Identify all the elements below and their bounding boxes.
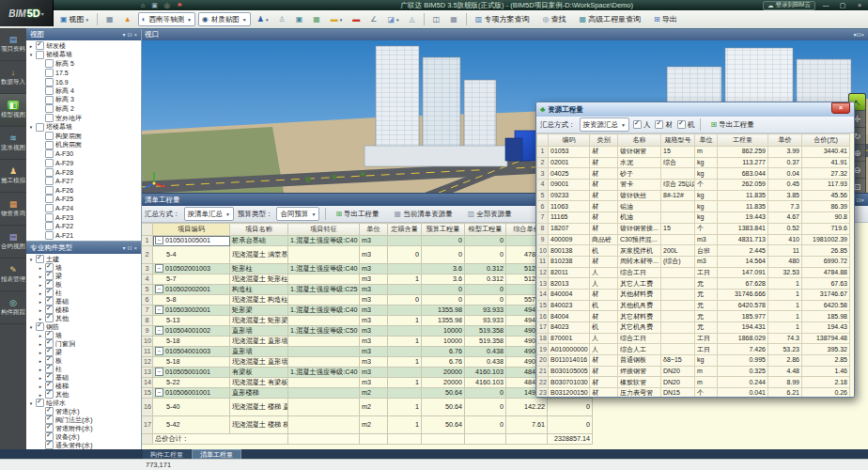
login-button[interactable]: ☁ 登录到BIM云	[763, 1, 815, 10]
table-row[interactable]: 19A010000000人综合人工工日7.42653.23395.32	[537, 344, 850, 355]
close-button[interactable]: ×	[853, 1, 866, 10]
export-quantity-button[interactable]: ⊞ 导出工程量	[706, 118, 757, 132]
tree-item[interactable]: ▸板	[26, 356, 141, 365]
grid-display-button[interactable]: ▦	[446, 14, 461, 25]
angle-button[interactable]: ∠	[366, 14, 380, 25]
column-header[interactable]: 预算工程量	[422, 224, 465, 236]
settings-icon[interactable]: ◎	[164, 1, 170, 9]
tree-item[interactable]: ▸其他	[26, 390, 141, 399]
collapse-arrow-icon[interactable]: ▸	[38, 367, 43, 372]
box-select-button[interactable]: ▣	[292, 14, 307, 25]
collapse-arrow-icon[interactable]: ▸	[38, 265, 43, 271]
column-header[interactable]: 编码	[549, 134, 590, 147]
全部资源量-button[interactable]: ▥全部资源量	[464, 208, 516, 221]
monitor-icon[interactable]: ▣	[151, 1, 158, 9]
collapse-toggle-icon[interactable]: −	[155, 306, 163, 314]
table-row[interactable]: 23B031200150材压力表弯管DN15个0.0416.210.26	[537, 388, 850, 397]
panel-close-icon[interactable]: ×	[133, 29, 137, 40]
column-header[interactable]: 单位	[695, 134, 718, 147]
column-header[interactable]: 项目名称	[230, 224, 288, 236]
checkbox[interactable]	[45, 132, 54, 140]
table-row[interactable]: 15840023机其他机具费元6420.57816420.58	[537, 300, 850, 311]
nav-item-4[interactable]: ≋流水视图	[0, 127, 26, 160]
checkbox[interactable]	[45, 59, 54, 68]
triangle-button[interactable]: ◬	[406, 14, 419, 25]
filter-机[interactable]: 机	[677, 120, 695, 130]
minimize-button[interactable]: —	[819, 1, 832, 10]
table-row[interactable]: 304025材砂子kg683.0440.0427.32	[537, 168, 850, 180]
table-row[interactable]: 101053材镀锌钢管15m862.2593.993440.41	[537, 147, 850, 158]
panel-menu-icon[interactable]: ▾	[122, 243, 125, 254]
checkbox[interactable]	[36, 322, 44, 331]
nav-item-5[interactable]: ♟施工模拟	[0, 160, 26, 193]
view-direction-combo[interactable]: ◐ 西南等轴测▼	[138, 12, 195, 26]
eraser-button[interactable]: ◪▾	[383, 14, 402, 25]
checkbox[interactable]	[45, 195, 54, 203]
table-row[interactable]: 85-13现浇混凝土 矩形梁m311355.9893.933494.15	[142, 316, 593, 326]
专项方案查询-button[interactable]: ▥专项方案查询	[472, 12, 534, 26]
tree-item[interactable]: ▸墙	[26, 331, 141, 339]
checkbox[interactable]	[45, 86, 54, 95]
checkbox[interactable]	[45, 159, 54, 167]
table-row[interactable]: 65-8现浇混凝土 构造柱m3000557.27	[142, 295, 593, 306]
collapse-arrow-icon[interactable]: ▸	[38, 350, 43, 355]
tree-item[interactable]: A-F21	[26, 230, 141, 240]
tree-item[interactable]: ▸楼梯	[26, 382, 141, 390]
checkbox[interactable]	[45, 390, 54, 399]
tree-item[interactable]: ▸楼梯	[26, 306, 141, 314]
collapse-arrow-icon[interactable]: ▸	[38, 290, 43, 296]
tree-item[interactable]: A-F27	[26, 177, 141, 186]
filter-材[interactable]: 材	[655, 120, 673, 130]
nav-item-3[interactable]: ◧模型视图	[0, 94, 26, 127]
collapse-toggle-icon[interactable]: −	[155, 326, 163, 335]
nav-item-2[interactable]: ↓数据导入	[0, 61, 26, 94]
table-row[interactable]: 3−010502001003矩形柱1.混凝土强度等级:C40m33.60.312…	[142, 264, 593, 274]
collapse-toggle-icon[interactable]: −	[155, 347, 163, 355]
tree-item[interactable]: ▸梁	[26, 272, 141, 280]
column-header[interactable]: 工程量	[718, 134, 768, 147]
nav-item-8[interactable]: ✎报表管理	[0, 258, 26, 291]
collapse-toggle-icon[interactable]: −	[155, 285, 163, 293]
summary-mode-combo[interactable]: 按清单汇总▼	[184, 207, 234, 221]
expand-arrow-icon[interactable]: ▾	[28, 124, 34, 130]
column-header[interactable]: 单价	[768, 134, 802, 147]
table-row[interactable]: 125-18现浇混凝土 直形墙m316.760.438490.26	[142, 357, 593, 368]
table-row[interactable]: 1−010501005001桩承台基础1.混凝土强度等级:C40m3000	[142, 236, 593, 246]
section-box-button[interactable]: ◫	[429, 14, 444, 25]
tree-item[interactable]: 构架层面	[26, 132, 141, 141]
collapse-toggle-icon[interactable]: −	[155, 264, 163, 273]
budget-type-combo[interactable]: 合同预算▼	[276, 207, 319, 221]
checkbox[interactable]	[36, 41, 44, 50]
collapse-arrow-icon[interactable]: ▸	[38, 307, 43, 313]
collapse-arrow-icon[interactable]: ▸	[38, 341, 43, 347]
table-row[interactable]: 145-22现浇混凝土 有梁板m31200004160.103484.36	[142, 378, 593, 388]
table-row[interactable]: 11−010504001003直形墙m36.760.438490.26	[142, 347, 593, 357]
checkbox[interactable]	[45, 114, 54, 122]
table-row[interactable]: 7−010503002001矩形梁1.混凝土强度等级:C40m31355.989…	[142, 306, 593, 316]
collapse-arrow-icon[interactable]: ▸	[28, 43, 34, 49]
tree-item[interactable]: 标高 3	[26, 96, 141, 105]
app-logo[interactable]: BIM 5D ▾	[0, 0, 54, 26]
checkbox[interactable]	[36, 123, 44, 132]
table-row[interactable]: 10800138机灰浆搅拌机200L台班2.4451126.85	[537, 245, 850, 257]
checkbox[interactable]	[45, 141, 54, 149]
tree-item[interactable]: ▸研发楼	[26, 41, 141, 51]
table-row[interactable]: 1382013人其它人工费元67.628167.63	[537, 278, 850, 290]
collapse-arrow-icon[interactable]: ▸	[38, 358, 43, 364]
column-header[interactable]: 规格型号	[661, 134, 695, 147]
resource-window-titlebar[interactable]: ♣ 资源工程量 ×	[536, 102, 854, 117]
tree-item[interactable]: A-F30	[26, 149, 141, 159]
tree-item[interactable]: A-F28	[26, 167, 141, 177]
tree-item[interactable]: 16.9	[26, 77, 141, 86]
tree-item[interactable]: ▾裙楼幕墙	[26, 51, 141, 60]
column-header[interactable]: 合价(元)	[802, 134, 850, 147]
column-header[interactable]: 模型工程量	[465, 224, 506, 236]
walkthrough-button[interactable]: ♟▾	[254, 14, 272, 25]
tree-item[interactable]: ▸墙	[26, 263, 141, 272]
checkbox[interactable]	[45, 314, 54, 322]
collapse-arrow-icon[interactable]: ▸	[38, 333, 43, 338]
panel-close-icon[interactable]: ×	[860, 195, 864, 206]
elevation-button[interactable]: ▲	[120, 14, 135, 25]
column-header[interactable]: 定额含量	[388, 224, 422, 236]
tree-item[interactable]: 标高 2	[26, 104, 141, 114]
